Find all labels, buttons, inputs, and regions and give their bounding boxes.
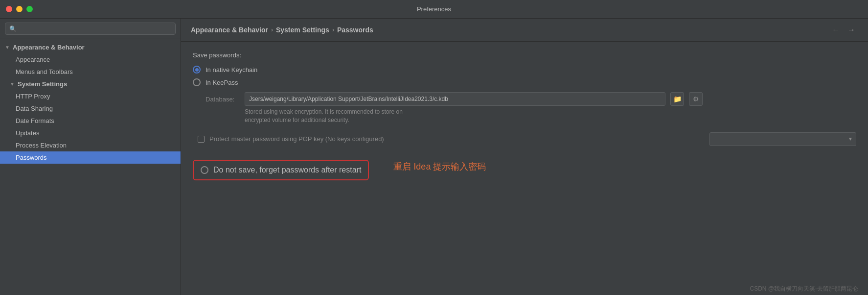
sidebar-item-menus-toolbars[interactable]: Menus and Toolbars	[0, 66, 181, 78]
radio-row-keepass[interactable]: In KeePass	[193, 78, 856, 86]
encryption-note: Stored using weak encryption. It is reco…	[245, 108, 538, 124]
database-settings-button[interactable]: ⚙	[689, 92, 703, 106]
window-title: Preferences	[417, 5, 451, 13]
do-not-save-label: Do not save, forget passwords after rest…	[213, 166, 361, 174]
search-input[interactable]	[20, 25, 171, 32]
sidebar-item-updates[interactable]: Updates	[0, 127, 181, 139]
database-label: Database:	[206, 96, 240, 103]
search-bar: 🔍	[0, 19, 181, 39]
annotation-text: 重启 Idea 提示输入密码	[393, 161, 486, 172]
title-bar: Preferences	[0, 0, 868, 19]
sidebar-item-label: Menus and Toolbars	[16, 68, 73, 75]
breadcrumb: Appearance & Behavior › System Settings …	[191, 26, 825, 34]
radio-keepass[interactable]	[193, 78, 201, 86]
breadcrumb-separator-1: ›	[271, 26, 273, 33]
radio-keepass-label: In KeePass	[206, 79, 238, 86]
sidebar-item-label: Passwords	[16, 154, 47, 161]
pgp-checkbox[interactable]	[198, 136, 205, 143]
pgp-label: Protect master password using PGP key (N…	[209, 135, 705, 143]
search-icon: 🔍	[9, 25, 17, 32]
minimize-button[interactable]	[16, 6, 23, 12]
sidebar-item-label: Date Formats	[16, 117, 54, 124]
sidebar-item-label: Appearance	[16, 56, 50, 63]
sidebar-item-process-elevation[interactable]: Process Elevation	[0, 139, 181, 151]
gear-icon: ⚙	[693, 95, 699, 103]
browse-folder-button[interactable]: 📁	[670, 92, 684, 106]
sidebar-item-appearance[interactable]: Appearance	[0, 53, 181, 66]
database-input[interactable]: Jsers/weigang/Library/Application Suppor…	[245, 92, 665, 106]
sidebar-section-label: Appearance & Behavior	[13, 44, 85, 51]
do-not-save-row[interactable]: Do not save, forget passwords after rest…	[193, 160, 369, 180]
chevron-down-icon: ▼	[10, 81, 16, 87]
bottom-note: CSDN @我自横刀向天笑-去留肝胆两昆仑	[181, 283, 868, 295]
radio-do-not-save[interactable]	[201, 166, 208, 174]
back-arrow-icon[interactable]: ←	[829, 25, 843, 35]
breadcrumb-item-1: Appearance & Behavior	[191, 26, 268, 34]
search-wrapper[interactable]: 🔍	[5, 23, 176, 35]
sidebar-item-passwords[interactable]: Passwords	[0, 151, 181, 164]
sidebar-item-label: HTTP Proxy	[16, 93, 50, 100]
sidebar-item-appearance-behavior[interactable]: ▼ Appearance & Behavior	[0, 41, 181, 53]
breadcrumb-item-3: Passwords	[337, 26, 373, 34]
maximize-button[interactable]	[26, 6, 33, 12]
sidebar-item-label: Updates	[16, 129, 39, 137]
main-layout: 🔍 ▼ Appearance & Behavior Appearance Men…	[0, 19, 868, 295]
sidebar-item-http-proxy[interactable]: HTTP Proxy	[0, 90, 181, 102]
pgp-dropdown[interactable]: ▼	[709, 132, 856, 146]
sidebar-item-date-formats[interactable]: Date Formats	[0, 115, 181, 127]
sidebar-item-label: Process Elevation	[16, 142, 67, 149]
chevron-down-icon: ▼	[848, 136, 853, 142]
sidebar: 🔍 ▼ Appearance & Behavior Appearance Men…	[0, 19, 181, 295]
folder-icon: 📁	[673, 95, 682, 103]
save-passwords-label: Save passwords:	[193, 51, 856, 59]
close-button[interactable]	[6, 6, 12, 12]
sidebar-item-label: Data Sharing	[16, 105, 53, 112]
breadcrumb-item-2: System Settings	[276, 26, 329, 34]
database-path: Jsers/weigang/Library/Application Suppor…	[249, 96, 448, 102]
pgp-row: Protect master password using PGP key (N…	[198, 132, 856, 146]
breadcrumb-separator-2: ›	[332, 26, 334, 33]
sidebar-tree: ▼ Appearance & Behavior Appearance Menus…	[0, 39, 181, 295]
sidebar-item-system-settings[interactable]: ▼ System Settings	[0, 78, 181, 90]
window-controls	[6, 6, 33, 12]
database-row: Database: Jsers/weigang/Library/Applicat…	[206, 92, 856, 106]
radio-row-native[interactable]: In native Keychain	[193, 66, 856, 74]
content-area: Appearance & Behavior › System Settings …	[181, 19, 868, 295]
do-not-save-section: Do not save, forget passwords after rest…	[193, 153, 856, 180]
content-header: Appearance & Behavior › System Settings …	[181, 19, 868, 42]
radio-group: In native Keychain In KeePass	[193, 66, 856, 86]
nav-arrows: ← →	[829, 25, 858, 35]
forward-arrow-icon[interactable]: →	[845, 25, 858, 35]
content-body: Save passwords: In native Keychain In Ke…	[181, 42, 868, 283]
sidebar-subsection-label: System Settings	[18, 80, 67, 88]
radio-native-keychain[interactable]	[193, 66, 201, 74]
sidebar-item-data-sharing[interactable]: Data Sharing	[0, 102, 181, 115]
radio-native-keychain-label: In native Keychain	[206, 66, 257, 74]
chevron-down-icon: ▼	[5, 45, 11, 50]
